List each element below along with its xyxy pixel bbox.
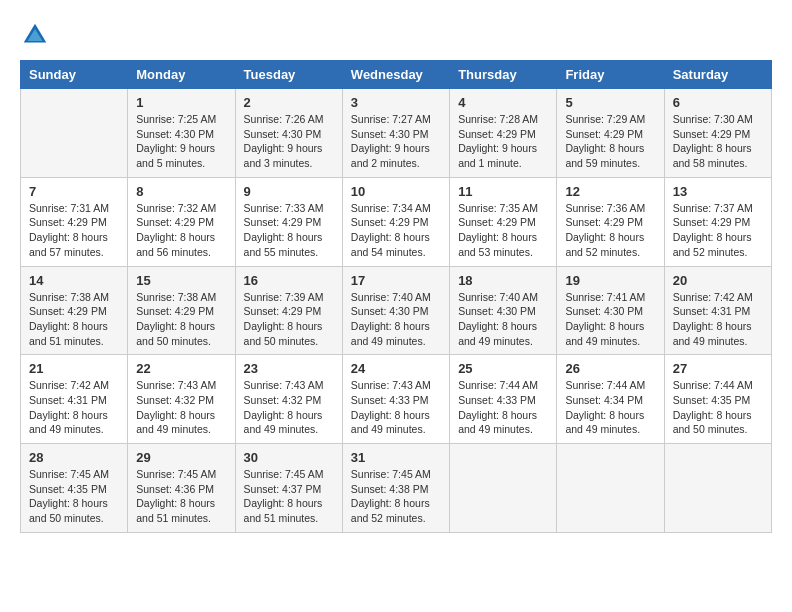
- day-info: Sunrise: 7:34 AMSunset: 4:29 PMDaylight:…: [351, 201, 441, 260]
- day-number: 18: [458, 273, 548, 288]
- day-info: Sunrise: 7:43 AMSunset: 4:32 PMDaylight:…: [244, 378, 334, 437]
- calendar-cell: 20Sunrise: 7:42 AMSunset: 4:31 PMDayligh…: [664, 266, 771, 355]
- calendar-cell: 3Sunrise: 7:27 AMSunset: 4:30 PMDaylight…: [342, 89, 449, 178]
- calendar-cell: 15Sunrise: 7:38 AMSunset: 4:29 PMDayligh…: [128, 266, 235, 355]
- calendar-cell: 24Sunrise: 7:43 AMSunset: 4:33 PMDayligh…: [342, 355, 449, 444]
- day-number: 13: [673, 184, 763, 199]
- day-number: 5: [565, 95, 655, 110]
- day-info: Sunrise: 7:28 AMSunset: 4:29 PMDaylight:…: [458, 112, 548, 171]
- header-monday: Monday: [128, 61, 235, 89]
- day-info: Sunrise: 7:27 AMSunset: 4:30 PMDaylight:…: [351, 112, 441, 171]
- day-info: Sunrise: 7:33 AMSunset: 4:29 PMDaylight:…: [244, 201, 334, 260]
- day-number: 14: [29, 273, 119, 288]
- day-info: Sunrise: 7:30 AMSunset: 4:29 PMDaylight:…: [673, 112, 763, 171]
- calendar-cell: 29Sunrise: 7:45 AMSunset: 4:36 PMDayligh…: [128, 444, 235, 533]
- day-info: Sunrise: 7:26 AMSunset: 4:30 PMDaylight:…: [244, 112, 334, 171]
- day-info: Sunrise: 7:38 AMSunset: 4:29 PMDaylight:…: [136, 290, 226, 349]
- day-info: Sunrise: 7:45 AMSunset: 4:38 PMDaylight:…: [351, 467, 441, 526]
- day-info: Sunrise: 7:42 AMSunset: 4:31 PMDaylight:…: [673, 290, 763, 349]
- day-info: Sunrise: 7:40 AMSunset: 4:30 PMDaylight:…: [351, 290, 441, 349]
- day-number: 17: [351, 273, 441, 288]
- calendar-cell: 30Sunrise: 7:45 AMSunset: 4:37 PMDayligh…: [235, 444, 342, 533]
- day-info: Sunrise: 7:36 AMSunset: 4:29 PMDaylight:…: [565, 201, 655, 260]
- day-info: Sunrise: 7:41 AMSunset: 4:30 PMDaylight:…: [565, 290, 655, 349]
- day-info: Sunrise: 7:45 AMSunset: 4:35 PMDaylight:…: [29, 467, 119, 526]
- day-info: Sunrise: 7:32 AMSunset: 4:29 PMDaylight:…: [136, 201, 226, 260]
- day-number: 9: [244, 184, 334, 199]
- day-number: 2: [244, 95, 334, 110]
- calendar-cell: 28Sunrise: 7:45 AMSunset: 4:35 PMDayligh…: [21, 444, 128, 533]
- day-number: 28: [29, 450, 119, 465]
- calendar-cell: 26Sunrise: 7:44 AMSunset: 4:34 PMDayligh…: [557, 355, 664, 444]
- calendar-cell: [21, 89, 128, 178]
- calendar-cell: 1Sunrise: 7:25 AMSunset: 4:30 PMDaylight…: [128, 89, 235, 178]
- header-row: SundayMondayTuesdayWednesdayThursdayFrid…: [21, 61, 772, 89]
- page-header: [20, 20, 772, 50]
- day-info: Sunrise: 7:31 AMSunset: 4:29 PMDaylight:…: [29, 201, 119, 260]
- day-info: Sunrise: 7:39 AMSunset: 4:29 PMDaylight:…: [244, 290, 334, 349]
- day-number: 23: [244, 361, 334, 376]
- logo: [20, 20, 54, 50]
- day-info: Sunrise: 7:44 AMSunset: 4:34 PMDaylight:…: [565, 378, 655, 437]
- day-number: 8: [136, 184, 226, 199]
- week-row-3: 14Sunrise: 7:38 AMSunset: 4:29 PMDayligh…: [21, 266, 772, 355]
- day-number: 21: [29, 361, 119, 376]
- day-number: 10: [351, 184, 441, 199]
- day-number: 26: [565, 361, 655, 376]
- header-tuesday: Tuesday: [235, 61, 342, 89]
- day-number: 30: [244, 450, 334, 465]
- calendar-cell: 23Sunrise: 7:43 AMSunset: 4:32 PMDayligh…: [235, 355, 342, 444]
- week-row-5: 28Sunrise: 7:45 AMSunset: 4:35 PMDayligh…: [21, 444, 772, 533]
- day-info: Sunrise: 7:43 AMSunset: 4:33 PMDaylight:…: [351, 378, 441, 437]
- calendar-cell: 8Sunrise: 7:32 AMSunset: 4:29 PMDaylight…: [128, 177, 235, 266]
- day-info: Sunrise: 7:45 AMSunset: 4:37 PMDaylight:…: [244, 467, 334, 526]
- calendar-body: 1Sunrise: 7:25 AMSunset: 4:30 PMDaylight…: [21, 89, 772, 533]
- day-number: 25: [458, 361, 548, 376]
- week-row-4: 21Sunrise: 7:42 AMSunset: 4:31 PMDayligh…: [21, 355, 772, 444]
- header-sunday: Sunday: [21, 61, 128, 89]
- day-number: 20: [673, 273, 763, 288]
- calendar-cell: 6Sunrise: 7:30 AMSunset: 4:29 PMDaylight…: [664, 89, 771, 178]
- calendar-cell: 5Sunrise: 7:29 AMSunset: 4:29 PMDaylight…: [557, 89, 664, 178]
- week-row-1: 1Sunrise: 7:25 AMSunset: 4:30 PMDaylight…: [21, 89, 772, 178]
- calendar-cell: 31Sunrise: 7:45 AMSunset: 4:38 PMDayligh…: [342, 444, 449, 533]
- day-number: 12: [565, 184, 655, 199]
- calendar-cell: 12Sunrise: 7:36 AMSunset: 4:29 PMDayligh…: [557, 177, 664, 266]
- day-number: 29: [136, 450, 226, 465]
- day-number: 3: [351, 95, 441, 110]
- logo-icon: [20, 20, 50, 50]
- calendar-cell: [557, 444, 664, 533]
- calendar-table: SundayMondayTuesdayWednesdayThursdayFrid…: [20, 60, 772, 533]
- day-info: Sunrise: 7:29 AMSunset: 4:29 PMDaylight:…: [565, 112, 655, 171]
- day-number: 15: [136, 273, 226, 288]
- day-number: 24: [351, 361, 441, 376]
- header-saturday: Saturday: [664, 61, 771, 89]
- day-number: 16: [244, 273, 334, 288]
- day-number: 6: [673, 95, 763, 110]
- day-number: 22: [136, 361, 226, 376]
- header-thursday: Thursday: [450, 61, 557, 89]
- calendar-cell: 11Sunrise: 7:35 AMSunset: 4:29 PMDayligh…: [450, 177, 557, 266]
- header-wednesday: Wednesday: [342, 61, 449, 89]
- calendar-cell: 10Sunrise: 7:34 AMSunset: 4:29 PMDayligh…: [342, 177, 449, 266]
- day-info: Sunrise: 7:35 AMSunset: 4:29 PMDaylight:…: [458, 201, 548, 260]
- day-number: 31: [351, 450, 441, 465]
- calendar-cell: [450, 444, 557, 533]
- day-info: Sunrise: 7:37 AMSunset: 4:29 PMDaylight:…: [673, 201, 763, 260]
- calendar-cell: 17Sunrise: 7:40 AMSunset: 4:30 PMDayligh…: [342, 266, 449, 355]
- day-info: Sunrise: 7:38 AMSunset: 4:29 PMDaylight:…: [29, 290, 119, 349]
- day-number: 27: [673, 361, 763, 376]
- day-info: Sunrise: 7:43 AMSunset: 4:32 PMDaylight:…: [136, 378, 226, 437]
- calendar-cell: 16Sunrise: 7:39 AMSunset: 4:29 PMDayligh…: [235, 266, 342, 355]
- day-number: 7: [29, 184, 119, 199]
- calendar-cell: 25Sunrise: 7:44 AMSunset: 4:33 PMDayligh…: [450, 355, 557, 444]
- day-info: Sunrise: 7:42 AMSunset: 4:31 PMDaylight:…: [29, 378, 119, 437]
- calendar-cell: 7Sunrise: 7:31 AMSunset: 4:29 PMDaylight…: [21, 177, 128, 266]
- calendar-cell: 4Sunrise: 7:28 AMSunset: 4:29 PMDaylight…: [450, 89, 557, 178]
- day-number: 11: [458, 184, 548, 199]
- header-friday: Friday: [557, 61, 664, 89]
- day-info: Sunrise: 7:44 AMSunset: 4:33 PMDaylight:…: [458, 378, 548, 437]
- day-number: 1: [136, 95, 226, 110]
- calendar-cell: 21Sunrise: 7:42 AMSunset: 4:31 PMDayligh…: [21, 355, 128, 444]
- calendar-cell: 22Sunrise: 7:43 AMSunset: 4:32 PMDayligh…: [128, 355, 235, 444]
